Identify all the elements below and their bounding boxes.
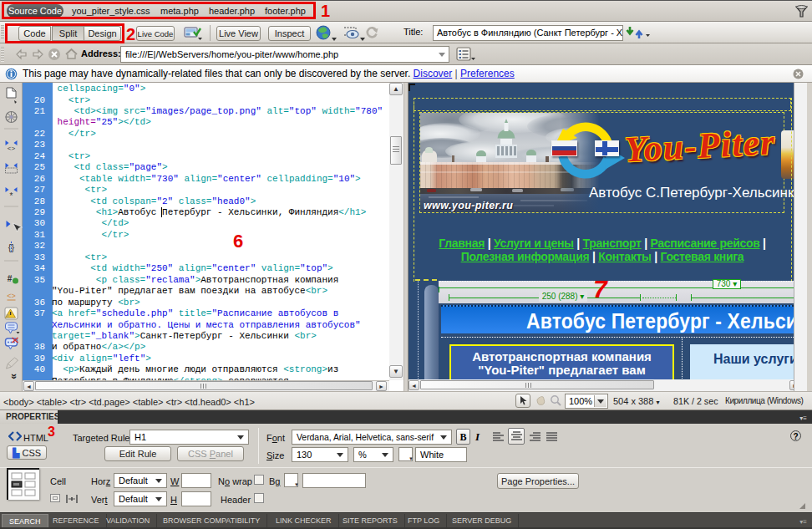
svg-text:*: * bbox=[10, 191, 13, 201]
svg-text:<>: <> bbox=[8, 145, 16, 152]
svg-text:<>: <> bbox=[7, 292, 16, 300]
svg-text:#: # bbox=[8, 274, 13, 283]
